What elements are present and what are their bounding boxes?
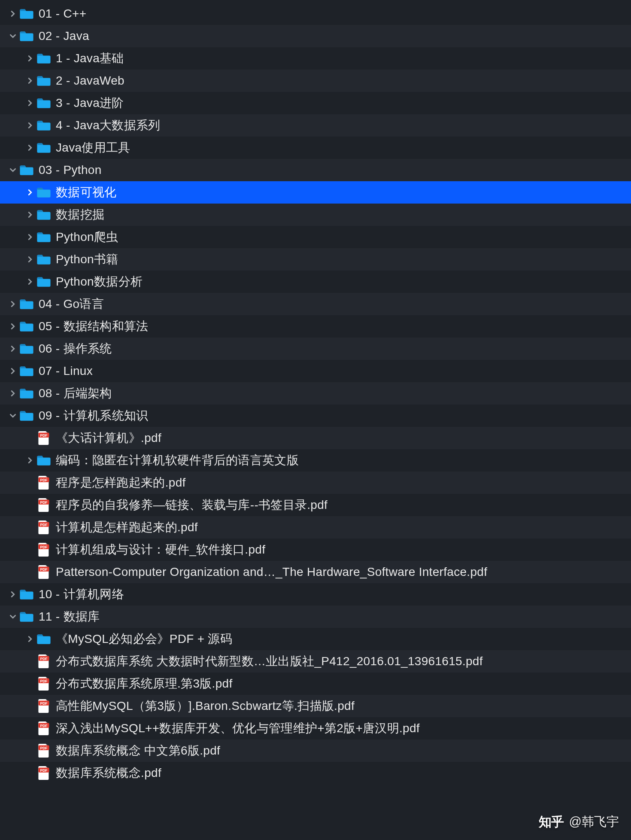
tree-row[interactable]: 04 - Go语言 bbox=[0, 293, 631, 315]
tree-item-label: 数据库系统概念.pdf bbox=[56, 765, 161, 781]
tree-row[interactable]: PDF高性能MySQL（第3版）].Baron.Scbwartz等.扫描版.pd… bbox=[0, 695, 631, 717]
chevron-down-icon[interactable] bbox=[8, 33, 18, 39]
folder-icon bbox=[20, 342, 33, 356]
svg-text:PDF: PDF bbox=[40, 724, 47, 728]
tree-item-label: 《大话计算机》.pdf bbox=[56, 430, 161, 446]
tree-row[interactable]: 1 - Java基础 bbox=[0, 47, 631, 70]
folder-icon bbox=[20, 297, 33, 311]
folder-icon bbox=[20, 7, 33, 21]
folder-icon bbox=[20, 29, 33, 43]
tree-row[interactable]: 数据挖掘 bbox=[0, 204, 631, 226]
file-tree[interactable]: 01 - C++02 - Java1 - Java基础2 - JavaWeb3 … bbox=[0, 0, 631, 784]
svg-text:PDF: PDF bbox=[40, 657, 47, 661]
chevron-right-icon[interactable] bbox=[25, 212, 35, 218]
chevron-right-icon[interactable] bbox=[8, 591, 18, 597]
tree-item-label: Python数据分析 bbox=[56, 274, 143, 290]
tree-row[interactable]: 3 - Java进阶 bbox=[0, 92, 631, 114]
svg-text:PDF: PDF bbox=[40, 545, 47, 549]
chevron-right-icon[interactable] bbox=[25, 234, 35, 240]
svg-text:PDF: PDF bbox=[40, 679, 47, 683]
tree-row[interactable]: PDF程序是怎样跑起来的.pdf bbox=[0, 472, 631, 494]
tree-row[interactable]: Python书籍 bbox=[0, 248, 631, 271]
tree-row[interactable]: PDFPatterson-Computer Organization and…_… bbox=[0, 561, 631, 583]
tree-item-label: 深入浅出MySQL++数据库开发、优化与管理维护+第2版+唐汉明.pdf bbox=[56, 720, 420, 737]
tree-item-label: 07 - Linux bbox=[39, 364, 93, 378]
folder-icon bbox=[37, 141, 51, 155]
tree-row[interactable]: PDF程序员的自我修养—链接、装载与库--书签目录.pdf bbox=[0, 494, 631, 516]
tree-row[interactable]: Java使用工具 bbox=[0, 137, 631, 159]
chevron-right-icon[interactable] bbox=[25, 78, 35, 84]
tree-row[interactable]: 09 - 计算机系统知识 bbox=[0, 405, 631, 427]
tree-row[interactable]: 4 - Java大数据系列 bbox=[0, 114, 631, 137]
chevron-right-icon[interactable] bbox=[25, 279, 35, 285]
tree-row[interactable]: PDF分布式数据库系统原理.第3版.pdf bbox=[0, 673, 631, 695]
tree-row[interactable]: 08 - 后端架构 bbox=[0, 382, 631, 405]
tree-row[interactable]: 数据可视化 bbox=[0, 181, 631, 204]
chevron-right-icon[interactable] bbox=[8, 368, 18, 374]
chevron-right-icon[interactable] bbox=[8, 390, 18, 396]
svg-text:PDF: PDF bbox=[40, 478, 47, 482]
svg-text:PDF: PDF bbox=[40, 523, 47, 527]
tree-row[interactable]: 05 - 数据结构和算法 bbox=[0, 315, 631, 338]
tree-row[interactable]: 《MySQL必知必会》PDF + 源码 bbox=[0, 628, 631, 650]
tree-row[interactable]: Python爬虫 bbox=[0, 226, 631, 248]
tree-row[interactable]: 11 - 数据库 bbox=[0, 606, 631, 628]
tree-item-label: 4 - Java大数据系列 bbox=[56, 117, 161, 134]
tree-item-label: 数据挖掘 bbox=[56, 207, 104, 223]
chevron-right-icon[interactable] bbox=[25, 189, 35, 195]
chevron-right-icon[interactable] bbox=[25, 122, 35, 128]
tree-row[interactable]: PDF计算机是怎样跑起来的.pdf bbox=[0, 516, 631, 539]
pdf-file-icon: PDF bbox=[37, 476, 51, 490]
chevron-right-icon[interactable] bbox=[25, 100, 35, 106]
tree-item-label: 08 - 后端架构 bbox=[39, 385, 112, 402]
tree-item-label: 计算机是怎样跑起来的.pdf bbox=[56, 519, 198, 536]
tree-item-label: 编码：隐匿在计算机软硬件背后的语言英文版 bbox=[56, 452, 299, 469]
tree-item-label: 高性能MySQL（第3版）].Baron.Scbwartz等.扫描版.pdf bbox=[56, 698, 355, 714]
tree-row[interactable]: 10 - 计算机网络 bbox=[0, 583, 631, 606]
tree-row[interactable]: 编码：隐匿在计算机软硬件背后的语言英文版 bbox=[0, 449, 631, 472]
svg-text:PDF: PDF bbox=[40, 768, 47, 773]
chevron-down-icon[interactable] bbox=[8, 413, 18, 419]
chevron-right-icon[interactable] bbox=[25, 256, 35, 262]
tree-item-label: 04 - Go语言 bbox=[39, 296, 104, 312]
chevron-right-icon[interactable] bbox=[25, 145, 35, 151]
folder-icon bbox=[37, 74, 51, 88]
chevron-down-icon[interactable] bbox=[8, 167, 18, 173]
tree-row[interactable]: PDF分布式数据库系统 大数据时代新型数…业出版社_P412_2016.01_1… bbox=[0, 650, 631, 673]
tree-item-label: 2 - JavaWeb bbox=[56, 74, 124, 88]
tree-row[interactable]: 02 - Java bbox=[0, 25, 631, 47]
tree-item-label: 11 - 数据库 bbox=[39, 609, 100, 625]
chevron-right-icon[interactable] bbox=[8, 301, 18, 307]
folder-icon bbox=[37, 186, 51, 199]
tree-item-label: 1 - Java基础 bbox=[56, 50, 124, 67]
tree-row[interactable]: 01 - C++ bbox=[0, 3, 631, 25]
tree-row[interactable]: PDF数据库系统概念.pdf bbox=[0, 762, 631, 784]
tree-item-label: 06 - 操作系统 bbox=[39, 341, 112, 357]
chevron-right-icon[interactable] bbox=[25, 636, 35, 642]
folder-icon bbox=[37, 230, 51, 244]
folder-icon bbox=[37, 275, 51, 289]
tree-row[interactable]: 03 - Python bbox=[0, 159, 631, 181]
tree-row[interactable]: PDF《大话计算机》.pdf bbox=[0, 427, 631, 449]
chevron-right-icon[interactable] bbox=[8, 346, 18, 352]
svg-text:PDF: PDF bbox=[40, 701, 47, 706]
chevron-down-icon[interactable] bbox=[8, 614, 18, 620]
tree-row[interactable]: PDF计算机组成与设计：硬件_软件接口.pdf bbox=[0, 539, 631, 561]
tree-row[interactable]: 06 - 操作系统 bbox=[0, 338, 631, 360]
tree-row[interactable]: 07 - Linux bbox=[0, 360, 631, 382]
tree-item-label: 01 - C++ bbox=[39, 7, 86, 21]
tree-row[interactable]: PDF深入浅出MySQL++数据库开发、优化与管理维护+第2版+唐汉明.pdf bbox=[0, 717, 631, 740]
tree-item-label: 程序是怎样跑起来的.pdf bbox=[56, 475, 186, 491]
pdf-file-icon: PDF bbox=[37, 431, 51, 445]
chevron-right-icon[interactable] bbox=[25, 55, 35, 61]
tree-item-label: 05 - 数据结构和算法 bbox=[39, 318, 149, 335]
chevron-right-icon[interactable] bbox=[25, 457, 35, 463]
tree-row[interactable]: PDF数据库系统概念 中文第6版.pdf bbox=[0, 740, 631, 762]
tree-row[interactable]: Python数据分析 bbox=[0, 271, 631, 293]
folder-icon bbox=[37, 208, 51, 222]
chevron-right-icon[interactable] bbox=[8, 323, 18, 329]
tree-item-label: 03 - Python bbox=[39, 163, 102, 177]
chevron-right-icon[interactable] bbox=[8, 11, 18, 17]
svg-text:PDF: PDF bbox=[40, 746, 47, 750]
tree-row[interactable]: 2 - JavaWeb bbox=[0, 70, 631, 92]
